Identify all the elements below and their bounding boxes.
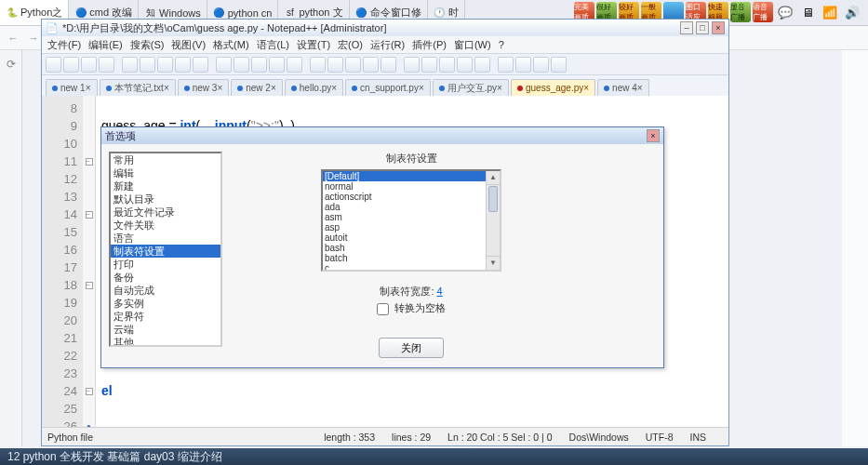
listbox-scrollbar[interactable]: [486, 171, 500, 270]
toolbar-button[interactable]: [175, 57, 191, 73]
tabwidth-value[interactable]: 4: [437, 286, 443, 297]
menu-item[interactable]: 运行(R): [368, 38, 407, 52]
tab-close-icon[interactable]: ×: [419, 83, 424, 93]
tab-close-icon[interactable]: ×: [217, 83, 222, 93]
language-listbox[interactable]: [Default]normalactionscriptadaasmaspauto…: [321, 169, 501, 272]
tab-close-icon[interactable]: ×: [86, 83, 91, 93]
file-tab[interactable]: guess_age.py×: [511, 79, 595, 96]
category-item[interactable]: 编辑: [111, 166, 220, 179]
tab-close-icon[interactable]: ×: [637, 83, 643, 93]
category-item[interactable]: 其他: [111, 336, 220, 347]
toolbar-button[interactable]: [474, 57, 490, 73]
toolbar-button[interactable]: [269, 57, 285, 73]
menu-item[interactable]: 格式(M): [211, 38, 251, 52]
tray-system-icon[interactable]: 📶: [820, 2, 840, 22]
language-item[interactable]: asp: [323, 222, 500, 232]
file-tab[interactable]: new 1×: [46, 79, 98, 96]
toolbar-button[interactable]: [234, 57, 249, 73]
convert-spaces-row[interactable]: 转换为空格: [377, 301, 446, 315]
toolbar-button[interactable]: [404, 57, 420, 73]
toolbar-button[interactable]: [157, 57, 173, 73]
menu-item[interactable]: 文件(F): [46, 38, 83, 52]
category-item[interactable]: 新建: [111, 179, 220, 193]
toolbar-button[interactable]: [140, 57, 155, 73]
menu-item[interactable]: 搜索(S): [128, 38, 167, 52]
toolbar-button[interactable]: [193, 57, 208, 73]
toolbar-button[interactable]: [46, 57, 61, 73]
file-tab[interactable]: 本节笔记.txt×: [100, 79, 176, 96]
toolbar-button[interactable]: [345, 57, 361, 73]
file-tab[interactable]: new 2×: [231, 79, 283, 96]
tab-close-icon[interactable]: ×: [331, 83, 337, 93]
toolbar-button[interactable]: [99, 57, 114, 73]
toolbar-button[interactable]: [381, 57, 396, 73]
npp-filetabs[interactable]: new 1×本节笔记.txt×new 3×new 2×hello.py×cn_s…: [42, 75, 728, 96]
menu-item[interactable]: ?: [497, 39, 506, 50]
category-item[interactable]: 多实例: [111, 297, 220, 310]
file-tab[interactable]: cn_support.py×: [345, 79, 431, 96]
tray-system-icon[interactable]: 🖥: [797, 2, 818, 22]
toolbar-button[interactable]: [216, 57, 232, 73]
category-list[interactable]: 常用编辑新建默认目录最近文件记录文件关联语言制表符设置打印备份自动完成多实例定界…: [109, 152, 222, 347]
fold-margin[interactable]: −−−−●: [83, 96, 96, 427]
tray-system-icon[interactable]: 💬: [775, 2, 795, 22]
file-tab[interactable]: new 4×: [597, 79, 649, 96]
toolbar-button[interactable]: [251, 57, 267, 73]
language-item[interactable]: asm: [323, 212, 500, 222]
language-item[interactable]: batch: [323, 253, 500, 263]
toolbar-button[interactable]: [421, 57, 437, 73]
category-item[interactable]: 语言: [111, 232, 220, 245]
tab-close-icon[interactable]: ×: [583, 83, 589, 93]
menu-item[interactable]: 编辑(E): [87, 38, 125, 52]
toolbar-button[interactable]: [533, 57, 549, 73]
language-item[interactable]: ada: [323, 202, 500, 212]
npp-menubar[interactable]: 文件(F)编辑(E)搜索(S)视图(V)格式(M)语言(L)设置(T)宏(O)运…: [42, 36, 728, 53]
file-tab[interactable]: new 3×: [178, 79, 230, 96]
menu-item[interactable]: 宏(O): [336, 38, 365, 52]
language-item[interactable]: normal: [323, 181, 500, 192]
toolbar-button[interactable]: [551, 57, 567, 73]
convert-spaces-checkbox[interactable]: [377, 303, 389, 315]
tab-close-icon[interactable]: ×: [271, 83, 276, 93]
menu-item[interactable]: 视图(V): [169, 38, 207, 52]
category-item[interactable]: 制表符设置: [111, 245, 220, 258]
close-button[interactable]: ×: [712, 21, 725, 34]
forward-button[interactable]: →: [24, 29, 43, 47]
file-tab[interactable]: hello.py×: [285, 79, 343, 96]
category-item[interactable]: 备份: [111, 271, 220, 284]
menu-item[interactable]: 插件(P): [410, 38, 448, 52]
toolbar-button[interactable]: [457, 57, 473, 73]
category-item[interactable]: 常用: [111, 153, 220, 166]
toolbar-button[interactable]: [310, 57, 326, 73]
menu-item[interactable]: 语言(L): [255, 38, 291, 52]
category-item[interactable]: 最近文件记录: [111, 206, 220, 219]
language-item[interactable]: [Default]: [323, 171, 500, 181]
menu-item[interactable]: 窗口(W): [452, 38, 493, 52]
toolbar-button[interactable]: [439, 57, 455, 73]
category-item[interactable]: 定界符: [111, 310, 220, 323]
category-item[interactable]: 文件关联: [111, 219, 220, 232]
file-tab[interactable]: 用户交互.py×: [433, 79, 509, 96]
npp-toolbar[interactable]: [42, 53, 728, 75]
tab-close-icon[interactable]: ×: [497, 83, 502, 93]
language-item[interactable]: actionscript: [323, 192, 500, 202]
toolbar-button[interactable]: [515, 57, 531, 73]
toolbar-button[interactable]: [122, 57, 138, 73]
toolbar-button[interactable]: [498, 57, 514, 73]
maximize-button[interactable]: □: [696, 21, 709, 34]
back-button[interactable]: ←: [4, 29, 22, 47]
toolbar-button[interactable]: [327, 57, 343, 73]
toolbar-button[interactable]: [363, 57, 379, 73]
category-item[interactable]: 自动完成: [111, 284, 220, 297]
menu-item[interactable]: 设置(T): [295, 38, 332, 52]
tray-system-icon[interactable]: 🔊: [842, 2, 862, 22]
toolbar-button[interactable]: [287, 57, 302, 73]
tray-item[interactable]: 显音广播: [730, 2, 751, 22]
language-item[interactable]: autoit: [323, 232, 500, 243]
language-item[interactable]: bash: [323, 243, 500, 253]
category-item[interactable]: 默认目录: [111, 193, 220, 206]
language-item[interactable]: c: [323, 263, 500, 272]
close-button[interactable]: 关闭: [379, 338, 444, 358]
category-item[interactable]: 云端: [111, 323, 220, 336]
tray-item[interactable]: 语音广播: [753, 2, 773, 22]
